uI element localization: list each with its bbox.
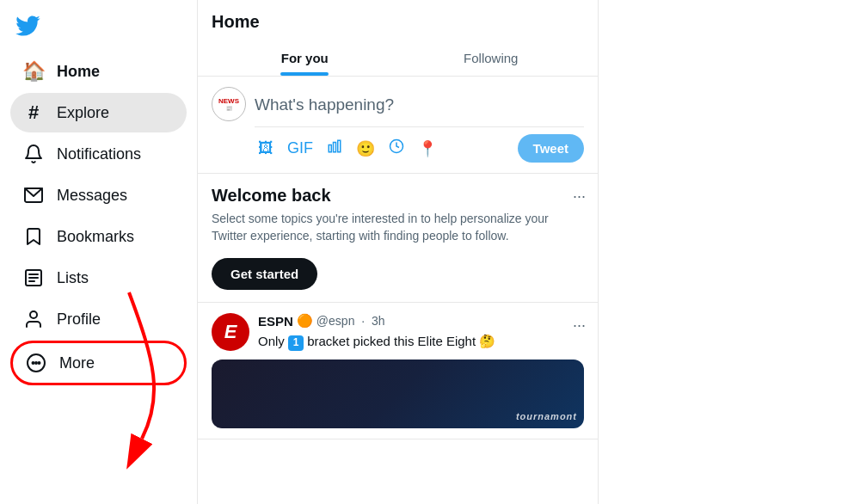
tweet-author: ESPN 🟠 @espn · 3h [258,313,584,329]
messages-icon [22,184,45,206]
compose-area: NEWS 📰 What's happening? 🖼 GIF 🙂 📍 [198,77,598,174]
svg-rect-13 [338,140,341,152]
sidebar-lists-label: Lists [57,269,89,287]
sidebar-notifications-label: Notifications [57,145,141,163]
sidebar-bookmarks-label: Bookmarks [57,228,134,246]
sidebar-item-bookmarks[interactable]: Bookmarks [10,217,187,256]
tab-for-you[interactable]: For you [212,40,398,76]
sidebar-messages-label: Messages [57,187,127,205]
sidebar-more-label: More [59,354,95,372]
home-icon: 🏠 [22,60,45,83]
sidebar-explore-label: Explore [57,104,109,122]
compose-placeholder[interactable]: What's happening? [255,87,584,126]
welcome-body: Select some topics you're interested in … [212,211,584,244]
sidebar: 🏠 Home # Explore Notifications [0,0,198,504]
page-title: Home [212,12,584,32]
espn-avatar: E [212,313,249,351]
emoji-icon[interactable]: 🙂 [353,136,378,162]
twitter-bird-icon [15,13,40,39]
sidebar-item-home[interactable]: 🏠 Home [10,52,187,91]
image-icon[interactable]: 🖼 [255,136,277,161]
svg-point-9 [39,362,40,364]
tabs-bar: For you Following [212,40,584,76]
svg-rect-12 [334,143,336,152]
sidebar-item-notifications[interactable]: Notifications [10,134,187,174]
espn-handle: @espn · 3h [316,314,385,328]
lists-icon [22,267,45,289]
schedule-icon[interactable] [385,135,408,162]
more-icon [25,352,47,374]
profile-icon [22,308,45,330]
tournament-label: tournamont [516,411,577,421]
svg-point-7 [33,362,34,364]
poll-icon[interactable] [323,135,346,162]
sidebar-item-messages[interactable]: Messages [10,175,187,215]
espn-tweet: ... E ESPN 🟠 @espn · 3h Only 1 [198,303,598,439]
tweet-header: E ESPN 🟠 @espn · 3h Only 1 bracket picke… [212,313,584,351]
svg-point-5 [30,311,37,318]
tweet-meta: ESPN 🟠 @espn · 3h Only 1 bracket picked … [258,313,584,350]
twitter-logo[interactable] [10,9,45,43]
sidebar-profile-label: Profile [57,310,101,329]
bracket-number: 1 [288,335,304,351]
svg-rect-11 [329,145,331,152]
sidebar-home-label: Home [57,63,100,81]
explore-icon: # [22,101,45,124]
tweet-more-dots[interactable]: ... [573,313,586,331]
tweet-image: tournamont [212,360,584,428]
location-icon[interactable]: 📍 [415,136,440,162]
espn-name: ESPN [258,314,293,329]
main-content: Home For you Following NEWS 📰 What's hap… [198,0,599,504]
welcome-more-dots[interactable]: ... [573,184,586,202]
compose-right: What's happening? 🖼 GIF 🙂 📍 Tweet [255,87,584,163]
sidebar-item-explore[interactable]: # Explore [10,93,187,132]
bookmarks-icon [22,225,45,248]
get-started-button[interactable]: Get started [212,258,317,290]
welcome-title: Welcome back [212,186,584,206]
sidebar-item-lists[interactable]: Lists [10,258,187,298]
compose-actions: 🖼 GIF 🙂 📍 Tweet [255,126,584,163]
main-header: Home For you Following [198,0,598,77]
gif-icon[interactable]: GIF [284,136,316,161]
avatar-news: NEWS 📰 [212,87,246,121]
verified-badge: 🟠 [297,313,313,329]
right-sidebar [599,0,848,504]
sidebar-item-more[interactable]: More [10,341,187,385]
tweet-button[interactable]: Tweet [518,134,584,163]
tab-following[interactable]: Following [398,40,585,76]
welcome-card: ... Welcome back Select some topics you'… [198,174,598,303]
compose-icons: 🖼 GIF 🙂 📍 [255,135,440,162]
tweet-text: Only 1 bracket picked this Elite Eight 🤔 [258,332,584,350]
sidebar-item-profile[interactable]: Profile [10,299,187,339]
notifications-icon [22,143,45,165]
svg-point-8 [35,362,37,364]
